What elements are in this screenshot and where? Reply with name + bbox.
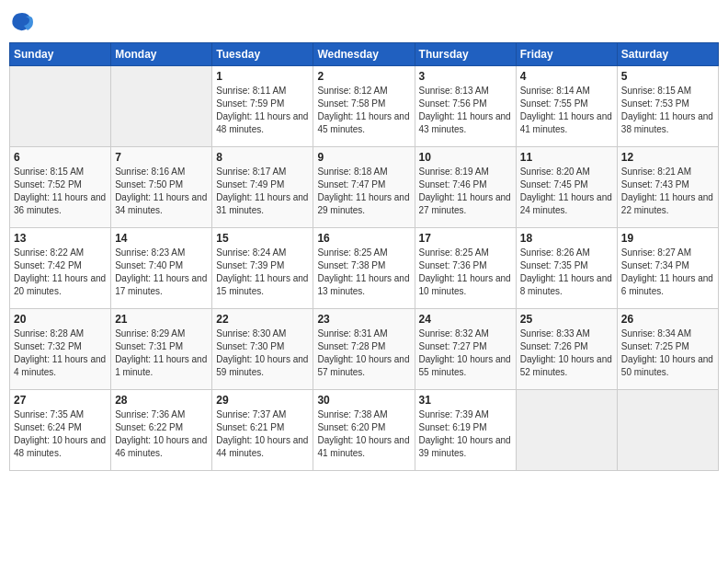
calendar-cell [516,390,617,471]
day-number: 3 [419,70,512,83]
day-number: 7 [115,151,208,164]
calendar-cell: 31Sunrise: 7:39 AMSunset: 6:19 PMDayligh… [415,390,516,471]
calendar-cell: 12Sunrise: 8:21 AMSunset: 7:43 PMDayligh… [617,147,718,228]
day-number: 4 [520,70,613,83]
day-info: Sunrise: 8:22 AMSunset: 7:42 PMDaylight:… [14,247,107,298]
calendar-cell: 9Sunrise: 8:18 AMSunset: 7:47 PMDaylight… [313,147,415,228]
day-info: Sunrise: 8:32 AMSunset: 7:27 PMDaylight:… [419,327,512,379]
weekday-header-sunday: Sunday [10,43,111,66]
day-info: Sunrise: 8:26 AMSunset: 7:35 PMDaylight:… [520,247,613,298]
calendar-cell: 28Sunrise: 7:36 AMSunset: 6:22 PMDayligh… [111,390,212,471]
calendar-week-row: 20Sunrise: 8:28 AMSunset: 7:32 PMDayligh… [10,309,719,390]
calendar-cell: 13Sunrise: 8:22 AMSunset: 7:42 PMDayligh… [10,228,111,309]
day-info: Sunrise: 8:13 AMSunset: 7:56 PMDaylight:… [419,85,512,136]
day-number: 8 [216,151,309,164]
calendar-cell: 26Sunrise: 8:34 AMSunset: 7:25 PMDayligh… [617,309,718,390]
weekday-header-thursday: Thursday [415,43,516,66]
day-number: 20 [14,313,107,326]
day-number: 16 [317,232,410,245]
day-info: Sunrise: 7:39 AMSunset: 6:19 PMDaylight:… [419,408,512,460]
weekday-header-saturday: Saturday [617,43,718,66]
day-number: 31 [419,394,512,407]
calendar-cell: 16Sunrise: 8:25 AMSunset: 7:38 PMDayligh… [313,228,415,309]
calendar-cell: 25Sunrise: 8:33 AMSunset: 7:26 PMDayligh… [516,309,617,390]
calendar-cell: 6Sunrise: 8:15 AMSunset: 7:52 PMDaylight… [10,147,111,228]
calendar-cell: 3Sunrise: 8:13 AMSunset: 7:56 PMDaylight… [415,66,516,147]
day-info: Sunrise: 8:23 AMSunset: 7:40 PMDaylight:… [115,247,208,298]
page-header [9,9,719,35]
calendar-cell: 21Sunrise: 8:29 AMSunset: 7:31 PMDayligh… [111,309,212,390]
day-info: Sunrise: 8:21 AMSunset: 7:43 PMDaylight:… [621,166,714,217]
day-number: 14 [115,232,208,245]
day-info: Sunrise: 8:12 AMSunset: 7:58 PMDaylight:… [317,85,410,136]
day-info: Sunrise: 8:20 AMSunset: 7:45 PMDaylight:… [520,166,613,217]
calendar-week-row: 6Sunrise: 8:15 AMSunset: 7:52 PMDaylight… [10,147,719,228]
day-info: Sunrise: 8:15 AMSunset: 7:52 PMDaylight:… [14,166,107,217]
weekday-header-row: SundayMondayTuesdayWednesdayThursdayFrid… [10,43,719,66]
calendar-week-row: 27Sunrise: 7:35 AMSunset: 6:24 PMDayligh… [10,390,719,471]
day-number: 21 [115,313,208,326]
weekday-header-monday: Monday [111,43,212,66]
day-info: Sunrise: 8:25 AMSunset: 7:38 PMDaylight:… [317,247,410,298]
day-info: Sunrise: 8:31 AMSunset: 7:28 PMDaylight:… [317,327,410,379]
day-info: Sunrise: 7:38 AMSunset: 6:20 PMDaylight:… [317,408,410,460]
weekday-header-tuesday: Tuesday [212,43,313,66]
day-number: 9 [317,151,410,164]
day-number: 2 [317,70,410,83]
day-number: 1 [216,70,309,83]
day-number: 10 [419,151,512,164]
calendar-cell: 20Sunrise: 8:28 AMSunset: 7:32 PMDayligh… [10,309,111,390]
calendar-cell: 23Sunrise: 8:31 AMSunset: 7:28 PMDayligh… [313,309,415,390]
logo-icon [9,9,35,35]
calendar-week-row: 1Sunrise: 8:11 AMSunset: 7:59 PMDaylight… [10,66,719,147]
day-number: 26 [621,313,714,326]
calendar-cell: 17Sunrise: 8:25 AMSunset: 7:36 PMDayligh… [415,228,516,309]
weekday-header-wednesday: Wednesday [313,43,415,66]
day-info: Sunrise: 7:35 AMSunset: 6:24 PMDaylight:… [14,408,107,460]
day-number: 6 [14,151,107,164]
day-info: Sunrise: 8:33 AMSunset: 7:26 PMDaylight:… [520,327,613,379]
day-info: Sunrise: 8:30 AMSunset: 7:30 PMDaylight:… [216,327,309,379]
day-info: Sunrise: 8:24 AMSunset: 7:39 PMDaylight:… [216,247,309,298]
page-container: SundayMondayTuesdayWednesdayThursdayFrid… [0,0,728,480]
day-number: 15 [216,232,309,245]
calendar-cell: 27Sunrise: 7:35 AMSunset: 6:24 PMDayligh… [10,390,111,471]
calendar-week-row: 13Sunrise: 8:22 AMSunset: 7:42 PMDayligh… [10,228,719,309]
calendar-cell: 1Sunrise: 8:11 AMSunset: 7:59 PMDaylight… [212,66,313,147]
calendar-table: SundayMondayTuesdayWednesdayThursdayFrid… [9,42,719,471]
day-number: 12 [621,151,714,164]
calendar-cell: 30Sunrise: 7:38 AMSunset: 6:20 PMDayligh… [313,390,415,471]
day-number: 25 [520,313,613,326]
day-info: Sunrise: 7:37 AMSunset: 6:21 PMDaylight:… [216,408,309,460]
day-number: 27 [14,394,107,407]
weekday-header-friday: Friday [516,43,617,66]
day-info: Sunrise: 8:14 AMSunset: 7:55 PMDaylight:… [520,85,613,136]
day-number: 30 [317,394,410,407]
day-info: Sunrise: 8:11 AMSunset: 7:59 PMDaylight:… [216,85,309,136]
day-info: Sunrise: 8:34 AMSunset: 7:25 PMDaylight:… [621,327,714,379]
day-info: Sunrise: 8:27 AMSunset: 7:34 PMDaylight:… [621,247,714,298]
day-info: Sunrise: 7:36 AMSunset: 6:22 PMDaylight:… [115,408,208,460]
day-number: 5 [621,70,714,83]
day-info: Sunrise: 8:16 AMSunset: 7:50 PMDaylight:… [115,166,208,217]
calendar-cell [617,390,718,471]
day-info: Sunrise: 8:25 AMSunset: 7:36 PMDaylight:… [419,247,512,298]
logo [9,9,39,35]
day-number: 29 [216,394,309,407]
day-number: 19 [621,232,714,245]
day-number: 18 [520,232,613,245]
day-info: Sunrise: 8:29 AMSunset: 7:31 PMDaylight:… [115,327,208,379]
calendar-cell: 14Sunrise: 8:23 AMSunset: 7:40 PMDayligh… [111,228,212,309]
day-info: Sunrise: 8:17 AMSunset: 7:49 PMDaylight:… [216,166,309,217]
day-info: Sunrise: 8:28 AMSunset: 7:32 PMDaylight:… [14,327,107,379]
day-number: 11 [520,151,613,164]
calendar-cell: 29Sunrise: 7:37 AMSunset: 6:21 PMDayligh… [212,390,313,471]
calendar-cell: 22Sunrise: 8:30 AMSunset: 7:30 PMDayligh… [212,309,313,390]
calendar-cell: 11Sunrise: 8:20 AMSunset: 7:45 PMDayligh… [516,147,617,228]
calendar-cell: 8Sunrise: 8:17 AMSunset: 7:49 PMDaylight… [212,147,313,228]
day-number: 24 [419,313,512,326]
calendar-cell: 5Sunrise: 8:15 AMSunset: 7:53 PMDaylight… [617,66,718,147]
day-number: 28 [115,394,208,407]
day-info: Sunrise: 8:18 AMSunset: 7:47 PMDaylight:… [317,166,410,217]
day-info: Sunrise: 8:19 AMSunset: 7:46 PMDaylight:… [419,166,512,217]
